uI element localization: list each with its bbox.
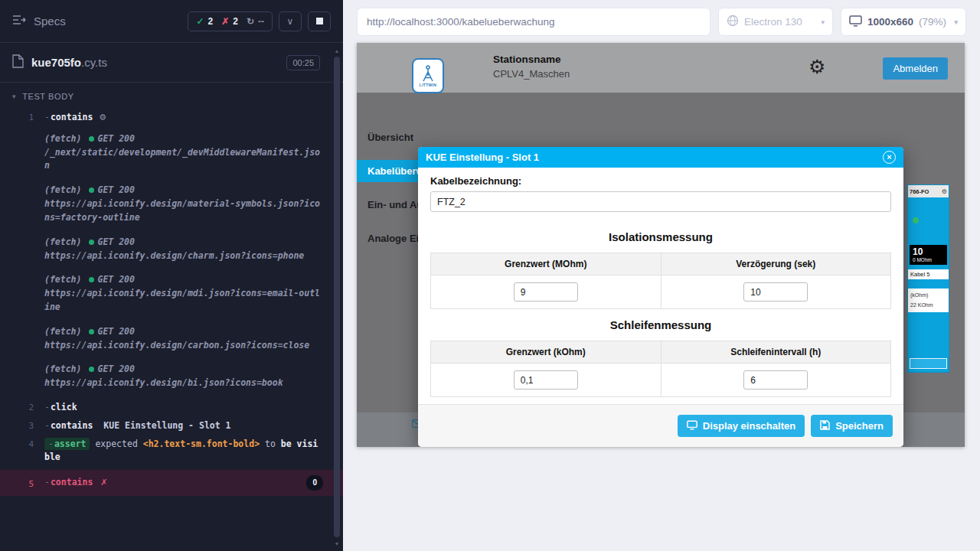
isolation-table: Grenzwert (MOhm) Verzögerung (sek) [430, 253, 891, 309]
loop-limit-input[interactable] [514, 370, 578, 390]
table-row [431, 276, 891, 309]
display-on-button[interactable]: Display einschalten [678, 415, 805, 437]
cable-name-label: Kabelbezeichnung: [430, 175, 891, 187]
refresh-icon: ↻ [247, 16, 254, 27]
assert-row[interactable]: 4 assert expected <h2.text-sm.font-bold>… [0, 435, 343, 468]
status-dot [89, 136, 94, 142]
status-dot [89, 187, 94, 193]
isolation-limit-input[interactable] [514, 282, 578, 302]
browser-icon [727, 15, 739, 29]
viewport-size: 1000x660 [867, 16, 913, 28]
command-log: 1 contains⚙ (fetch)GET 200/_next/static/… [0, 106, 343, 496]
viewport-zoom: (79%) [919, 16, 946, 28]
cable-card-partial: 766-FO⚙ 10 0 MOhm Kabel 5 (kOhm) 22 KOhm [907, 184, 949, 373]
kue-settings-modal: KUE Einstellung - Slot 1 × Kabelbezeichn… [418, 147, 903, 447]
failed-command-row[interactable]: 5 contains✗0 [0, 470, 343, 496]
loop-col2-header: Schleifenintervall (h) [661, 341, 891, 364]
pending-count: ↻-- [247, 16, 264, 27]
url-input[interactable] [357, 8, 710, 36]
scrollbar-thumb[interactable] [334, 57, 340, 537]
chevron-down-icon: ∨ [287, 16, 294, 27]
fetch-log[interactable]: (fetch)GET 200https://api.iconify.design… [0, 181, 343, 227]
fail-x-icon: ✗ [100, 476, 107, 489]
save-button[interactable]: Speichern [811, 415, 893, 437]
chevron-down-icon: ▾ [12, 93, 16, 100]
specs-list-icon[interactable] [12, 15, 26, 28]
floppy-icon [820, 420, 830, 432]
reporter-scrollbar[interactable]: ▲ ▼ [332, 46, 341, 548]
aut-frame: LITTWIN Stationsname CPLV4_Maschen ⚙ Abm… [357, 43, 965, 447]
status-dot [89, 277, 94, 282]
check-icon: ✓ [196, 16, 204, 27]
retry-count-badge: 0 [306, 475, 323, 491]
logout-button[interactable]: Abmelden [883, 57, 948, 80]
isolation-col1-header: Grenzwert (MOhm) [431, 253, 662, 276]
hidden-card-button[interactable] [910, 358, 947, 369]
browser-select[interactable]: Electron 130 ▾ [718, 8, 833, 36]
failed-count: ✗2 [221, 16, 238, 27]
selector-code: <h2.text-sm.font-bold> [143, 439, 260, 449]
reporter-header: Specs ✓2 ✗2 ↻-- ∨ [0, 0, 343, 43]
fetch-log[interactable]: (fetch)GET 200/_next/static/development/… [0, 130, 343, 175]
test-stats: ✓2 ✗2 ↻-- [188, 11, 273, 31]
loop-title: Schleifenmessung [430, 318, 891, 331]
modal-header: KUE Einstellung - Slot 1 × [418, 147, 903, 168]
isolation-delay-input[interactable] [743, 282, 808, 302]
reading-rows: (kOhm) 22 KOhm [908, 289, 949, 312]
fetch-log[interactable]: (fetch)GET 200https://api.iconify.design… [0, 233, 343, 266]
passed-count: ✓2 [196, 16, 213, 27]
app-header [357, 43, 965, 93]
loop-table: Grenzwert (kOhm) Schleifenintervall (h) [430, 341, 891, 397]
command-row[interactable]: 2 click [0, 399, 343, 417]
aut-toolbar: Electron 130 ▾ 1000x660 (79%) ▾ [343, 0, 980, 43]
scroll-down-icon[interactable]: ▼ [332, 539, 341, 548]
gear-icon[interactable]: ⚙ [942, 188, 947, 195]
stop-icon [316, 18, 323, 24]
viewport-icon [849, 15, 862, 29]
fetch-log[interactable]: (fetch)GET 200https://api.iconify.design… [0, 271, 343, 316]
command-row[interactable]: 3 containsKUE Einstellung - Slot 1 [0, 417, 343, 435]
table-row [431, 364, 891, 397]
fetch-log[interactable]: (fetch)GET 200https://api.iconify.design… [0, 360, 343, 393]
isolation-col2-header: Verzögerung (sek) [661, 253, 891, 276]
cable-name-input[interactable] [430, 191, 891, 212]
station-name: CPLV4_Maschen [493, 68, 570, 80]
monitor-icon [687, 420, 697, 432]
assert-badge: assert [44, 438, 90, 450]
littwin-logo: LITTWIN [412, 58, 444, 93]
specs-title: Specs [34, 15, 66, 28]
spec-duration: 00:25 [286, 55, 320, 70]
modal-title: KUE Einstellung - Slot 1 [426, 152, 539, 163]
nav-item-uebersicht[interactable]: Übersicht [357, 126, 472, 148]
measurement-display: 10 0 MOhm [910, 245, 947, 265]
stop-button[interactable] [308, 11, 331, 31]
test-body-header[interactable]: ▾ TEST BODY [0, 83, 343, 106]
station-label: Stationsname [493, 54, 570, 65]
cypress-reporter: Specs ✓2 ✗2 ↻-- ∨ kue705fo.cy.ts 00:25 ▾… [0, 0, 343, 551]
document-icon [12, 54, 24, 71]
command-row[interactable]: 1 contains⚙ [0, 109, 343, 127]
collapse-button[interactable]: ∨ [279, 11, 302, 31]
isolation-title: Isolationsmessung [430, 230, 891, 243]
status-dot [913, 217, 919, 223]
modal-body: Kabelbezeichnung: Isolationsmessung Gren… [418, 168, 903, 404]
status-dot [89, 367, 94, 372]
close-icon[interactable]: × [883, 151, 896, 164]
cross-icon: ✗ [221, 16, 229, 27]
fetch-log[interactable]: (fetch)GET 200https://api.iconify.design… [0, 323, 343, 355]
modal-footer: Display einschalten Speichern [418, 404, 903, 447]
app-content: Übersicht Kabelüberw Ein- und Au Analoge… [357, 93, 965, 412]
scroll-up-icon[interactable]: ▲ [332, 46, 341, 55]
loop-col1-header: Grenzwert (kOhm) [431, 341, 662, 364]
status-dot [89, 240, 94, 245]
station-info: Stationsname CPLV4_Maschen [493, 54, 570, 80]
status-dot [89, 329, 94, 334]
settings-gear-icon[interactable]: ⚙ [808, 56, 825, 78]
screen: Specs ✓2 ✗2 ↻-- ∨ kue705fo.cy.ts 00:25 ▾… [0, 0, 980, 551]
chevron-down-icon: ▾ [954, 18, 958, 26]
cable-label: Kabel 5 [908, 269, 949, 279]
spec-row[interactable]: kue705fo.cy.ts 00:25 [0, 43, 343, 83]
gear-icon: ⚙ [99, 112, 106, 122]
viewport-select[interactable]: 1000x660 (79%) ▾ [841, 8, 966, 36]
loop-interval-input[interactable] [743, 370, 808, 390]
